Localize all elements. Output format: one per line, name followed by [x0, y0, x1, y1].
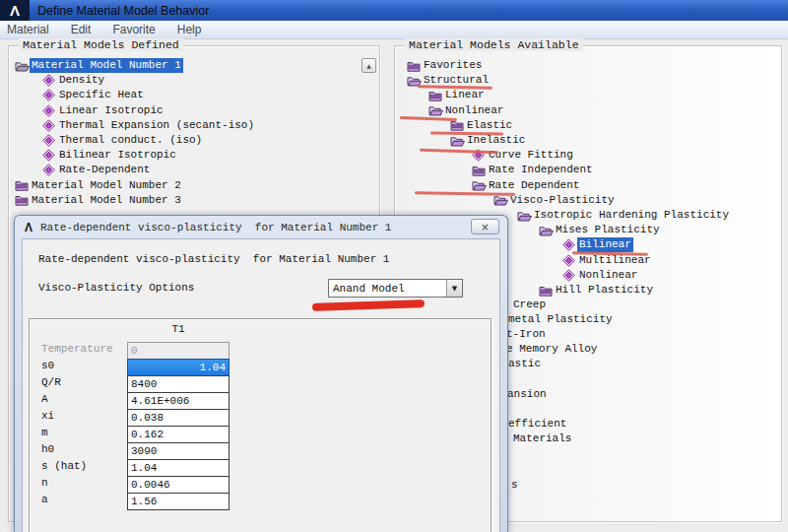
param-label: xi — [41, 410, 54, 425]
folder-open-icon — [472, 179, 487, 192]
menu-item-favorite[interactable]: Favorite — [112, 23, 155, 36]
occluded-tree-fragment: Creep — [513, 299, 546, 310]
tree-item-label: Material Model Number 1 — [30, 58, 183, 73]
param-input[interactable]: 0.038 — [127, 409, 230, 427]
tree-item-label: Bilinear — [577, 237, 633, 252]
tree-item-bilinear[interactable]: Bilinear — [562, 237, 633, 252]
param-input[interactable]: 3090 — [127, 442, 230, 460]
dropdown-selected-value: Anand Model — [329, 283, 446, 295]
tree-item-thermal-conduct-iso-[interactable]: Thermal conduct. (iso) — [42, 133, 204, 148]
tree-item-favorites[interactable]: Favorites — [407, 58, 484, 73]
scroll-up-button[interactable]: ▲ — [361, 58, 376, 73]
menu-item-material[interactable]: Material — [7, 23, 49, 36]
tree-item-label: Multilinear — [577, 253, 653, 268]
tree-item-material-model-number-1[interactable]: Material Model Number 1 — [15, 58, 183, 73]
tree-item-thermal-expansion-secant-iso-[interactable]: Thermal Expansion (secant-iso) — [42, 118, 256, 133]
tree-item-label: Rate-Dependent — [57, 163, 152, 177]
menu-item-edit[interactable]: Edit — [71, 23, 92, 36]
tree-item-label: Linear — [443, 88, 487, 102]
folder-closed-icon — [428, 89, 443, 101]
tree-item-rate-dependent[interactable]: Rate Dependent — [472, 178, 581, 193]
folder-closed-icon — [450, 119, 465, 132]
tree-item-linear[interactable]: Linear — [428, 88, 487, 102]
folder-closed-icon — [15, 194, 30, 207]
tree-item-label: Curve Fitting — [487, 148, 575, 163]
tree-item-label: Material Model Number 2 — [30, 178, 183, 193]
chevron-down-icon[interactable]: ▼ — [446, 280, 462, 297]
tree-item-label: Density — [57, 73, 106, 88]
param-input[interactable]: 4.61E+006 — [127, 392, 230, 410]
tree-item-nonlinear[interactable]: Nonlinear — [562, 268, 639, 283]
property-diamond-icon — [42, 104, 57, 117]
folder-closed-icon — [472, 164, 487, 176]
tree-item-specific-heat[interactable]: Specific Heat — [42, 88, 146, 102]
parameter-table: T1 Temperature0s01.04Q/R8400A4.61E+006xi… — [29, 318, 492, 532]
tree-item-label: Linear Isotropic — [57, 103, 165, 118]
column-header: T1 — [127, 323, 230, 335]
tree-item-isotropic-hardening-plasticity[interactable]: Isotropic Hardening Plasticity — [517, 208, 731, 223]
tree-item-material-model-number-2[interactable]: Material Model Number 2 — [15, 178, 183, 193]
tree-item-mises-plasticity[interactable]: Mises Plasticity — [539, 223, 662, 237]
property-diamond-icon — [562, 254, 577, 267]
param-input[interactable]: 0 — [127, 342, 230, 360]
tree-item-elastic[interactable]: Elastic — [450, 118, 514, 133]
tree-item-label: Thermal Expansion (secant-iso) — [57, 118, 256, 133]
property-diamond-icon — [42, 149, 57, 162]
dialog-titlebar[interactable]: Λ Rate-dependent visco-plasticity for Ma… — [15, 216, 507, 238]
param-input[interactable]: 0.0046 — [127, 476, 230, 494]
window-titlebar: Λ Define Material Model Behavior — [0, 0, 788, 21]
visco-options-label: Visco-Plasticity Options — [38, 282, 194, 294]
param-input[interactable]: 0.162 — [127, 426, 230, 443]
ansys-define-material-window: Λ Define Material Model Behavior Materia… — [0, 0, 788, 532]
tree-item-density[interactable]: Density — [42, 73, 106, 88]
param-input[interactable]: 1.04 — [127, 459, 230, 477]
param-input[interactable]: 8400 — [127, 375, 230, 393]
tree-item-inelastic[interactable]: Inelastic — [450, 133, 527, 148]
param-label: A — [41, 393, 48, 408]
occluded-tree-fragment: efficient — [508, 418, 566, 430]
folder-open-icon — [428, 104, 443, 117]
tree-item-visco-plasticity[interactable]: Visco-Plasticity — [493, 193, 617, 208]
tree-item-bilinear-isotropic[interactable]: Bilinear Isotropic — [42, 148, 178, 163]
tree-item-label: Rate Dependent — [487, 178, 581, 193]
param-input[interactable]: 1.56 — [127, 493, 230, 510]
tree-item-material-model-number-3[interactable]: Material Model Number 3 — [15, 193, 183, 208]
tree-item-curve-fitting[interactable]: Curve Fitting — [472, 148, 575, 163]
occluded-tree-fragment: astic — [508, 358, 541, 369]
param-label: Temperature — [41, 343, 113, 358]
folder-closed-icon — [15, 179, 30, 192]
tree-item-nonlinear[interactable]: Nonlinear — [428, 103, 505, 118]
tree-item-rate-dependent[interactable]: Rate-Dependent — [42, 163, 152, 177]
param-input[interactable]: 1.04 — [127, 359, 230, 376]
folder-open-gray-icon — [15, 59, 30, 72]
property-diamond-icon — [42, 134, 57, 147]
folder-open-icon — [493, 194, 508, 207]
property-diamond-icon — [42, 164, 57, 176]
menu-item-help[interactable]: Help — [177, 23, 202, 36]
dialog-close-button[interactable]: × — [471, 219, 499, 234]
tree-item-rate-independent[interactable]: Rate Independent — [472, 163, 595, 177]
tree-item-label: Nonlinear — [443, 103, 505, 118]
folder-open-icon — [539, 224, 554, 236]
tree-item-label: Inelastic — [465, 133, 527, 148]
occluded-tree-fragment: s — [511, 479, 518, 491]
tree-item-label: Favorites — [422, 58, 484, 73]
property-diamond-icon — [42, 119, 57, 132]
property-diamond-icon — [42, 89, 57, 101]
tree-item-label: Specific Heat — [57, 88, 146, 102]
property-diamond-icon — [472, 149, 487, 162]
tree-item-hill-plasticity[interactable]: Hill Plasticity — [539, 283, 655, 298]
param-label: Q/R — [41, 376, 61, 391]
param-label: m — [41, 427, 48, 441]
tree-item-multilinear[interactable]: Multilinear — [562, 253, 653, 268]
left-panel-title: Material Models Defined — [19, 38, 183, 51]
tree-item-structural[interactable]: Structural — [407, 73, 491, 88]
occluded-tree-fragment: t-Iron — [506, 328, 546, 340]
window-title: Define Material Model Behavior — [37, 4, 209, 18]
property-diamond-icon — [562, 238, 577, 251]
tree-item-linear-isotropic[interactable]: Linear Isotropic — [42, 103, 165, 118]
folder-open-icon — [517, 209, 532, 222]
tree-item-label: Elastic — [465, 118, 514, 133]
visco-options-dropdown[interactable]: Anand Model ▼ — [328, 279, 463, 298]
ansys-logo-icon: Λ — [0, 0, 30, 21]
